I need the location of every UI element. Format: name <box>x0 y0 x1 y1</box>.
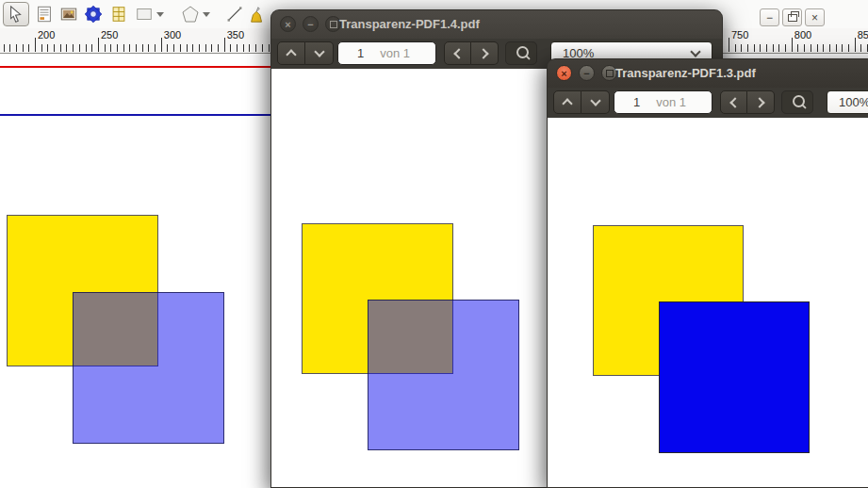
ruler-tick <box>60 44 61 52</box>
minimize-icon[interactable]: − <box>303 16 319 32</box>
history-back-button[interactable] <box>720 90 747 114</box>
close-icon[interactable]: × <box>556 65 572 81</box>
polygon-icon[interactable] <box>179 3 202 25</box>
search-button[interactable] <box>781 90 813 114</box>
chevron-down-icon[interactable] <box>203 12 210 17</box>
ruler-tick <box>817 44 818 52</box>
ruler-label: 250 <box>101 29 118 41</box>
zoom-level-dropdown[interactable]: 100% <box>827 90 868 114</box>
ruler-tick <box>129 44 130 52</box>
page-number-field[interactable]: 1 von 1 <box>614 90 712 114</box>
page-up-button[interactable] <box>553 90 581 114</box>
ruler-tick <box>804 44 805 52</box>
ruler-major-tick <box>224 38 225 52</box>
table-icon[interactable] <box>107 3 130 25</box>
ruler-tick <box>192 44 193 52</box>
ruler-tick <box>211 44 212 52</box>
history-back-button[interactable] <box>444 41 471 65</box>
titlebar[interactable]: × − Transparenz-PDF1.3.pdf <box>548 59 868 88</box>
page-down-button[interactable] <box>305 41 334 65</box>
ruler-tick <box>766 44 767 52</box>
restore-icon[interactable] <box>782 8 802 26</box>
history-forward-button[interactable] <box>747 90 775 114</box>
ruler-label: 750 <box>731 29 748 41</box>
gear-icon[interactable] <box>82 3 105 25</box>
window-title: Transparenz-PDF1.3.pdf <box>615 59 756 88</box>
close-icon[interactable]: × <box>805 8 825 26</box>
history-forward-button[interactable] <box>471 41 499 65</box>
ruler-tick <box>91 44 92 52</box>
ruler-tick <box>79 44 80 52</box>
ruler-tick <box>760 44 761 52</box>
chevron-down-icon <box>690 46 700 57</box>
ruler-major-tick <box>855 38 856 52</box>
ruler-tick <box>262 44 263 52</box>
ruler-tick <box>773 44 774 52</box>
ruler-label: 200 <box>38 29 55 41</box>
ruler-tick <box>754 44 755 52</box>
ruler-tick <box>110 44 111 52</box>
ruler-tick <box>848 44 849 52</box>
ruler-tick <box>66 44 67 52</box>
ruler-tick <box>237 44 237 52</box>
ruler-major-tick <box>729 38 729 52</box>
ruler-major-tick <box>161 38 162 52</box>
chevron-down-icon[interactable] <box>156 12 164 17</box>
ruler-tick <box>4 44 5 52</box>
page-number[interactable]: 1 <box>357 46 364 60</box>
ruler-tick <box>218 44 219 52</box>
image-icon[interactable] <box>57 3 80 25</box>
page-total-label: von 1 <box>656 95 686 109</box>
ruler-tick <box>105 44 106 52</box>
ruler-tick <box>243 44 244 52</box>
ruler-major-tick <box>35 38 36 52</box>
ruler-tick <box>829 44 830 52</box>
ruler-tick <box>54 44 55 52</box>
ruler-tick <box>187 44 188 52</box>
page-down-button[interactable] <box>581 90 610 114</box>
page-up-button[interactable] <box>277 41 305 65</box>
ruler-tick <box>123 44 124 52</box>
line-icon[interactable] <box>223 3 246 25</box>
ruler-tick <box>180 44 181 52</box>
ruler-tick <box>148 44 149 52</box>
ruler-tick <box>117 44 118 52</box>
ruler-tick <box>811 44 811 52</box>
page-number-field[interactable]: 1 von 1 <box>337 41 436 65</box>
close-icon[interactable]: × <box>280 16 296 32</box>
ruler-tick <box>860 44 861 52</box>
ruler-tick <box>747 44 748 52</box>
search-button[interactable] <box>505 41 537 65</box>
ruler-tick <box>86 44 87 52</box>
titlebar[interactable]: × − Transparenz-PDF1.4.pdf <box>271 10 722 39</box>
ruler-tick <box>269 44 270 52</box>
ruler-tick <box>785 44 786 52</box>
text-frame-icon[interactable] <box>33 3 56 25</box>
rectangle-icon[interactable] <box>133 3 156 25</box>
page-number[interactable]: 1 <box>633 95 640 109</box>
ruler-tick <box>9 44 10 52</box>
select-arrow-icon[interactable] <box>3 2 29 26</box>
pdf13-viewer-window: × − Transparenz-PDF1.3.pdf 1 von 1 100% <box>547 58 868 488</box>
opaque-blue-square <box>659 301 810 453</box>
ruler-tick <box>778 44 779 52</box>
ruler-tick <box>249 44 250 52</box>
ruler-tick <box>167 44 168 52</box>
ruler-tick <box>23 44 24 52</box>
translucent-blue-square[interactable] <box>73 292 224 444</box>
minimize-icon[interactable]: − <box>579 65 595 81</box>
ink-bottle-icon[interactable] <box>246 3 269 25</box>
ruler-tick <box>797 44 798 52</box>
pdf-page <box>548 118 868 487</box>
ruler-tick <box>142 44 143 52</box>
pdf-toolbar: 1 von 1 100% <box>548 88 868 119</box>
ruler-tick <box>836 44 837 52</box>
search-icon <box>516 46 529 58</box>
zoom-level: 100% <box>839 95 868 109</box>
ruler-tick <box>199 44 200 52</box>
ruler-label: 300 <box>164 29 181 41</box>
ruler-tick <box>28 44 29 52</box>
ruler-tick <box>230 44 231 52</box>
ruler-tick <box>136 44 137 52</box>
minimize-icon[interactable]: − <box>760 8 779 26</box>
